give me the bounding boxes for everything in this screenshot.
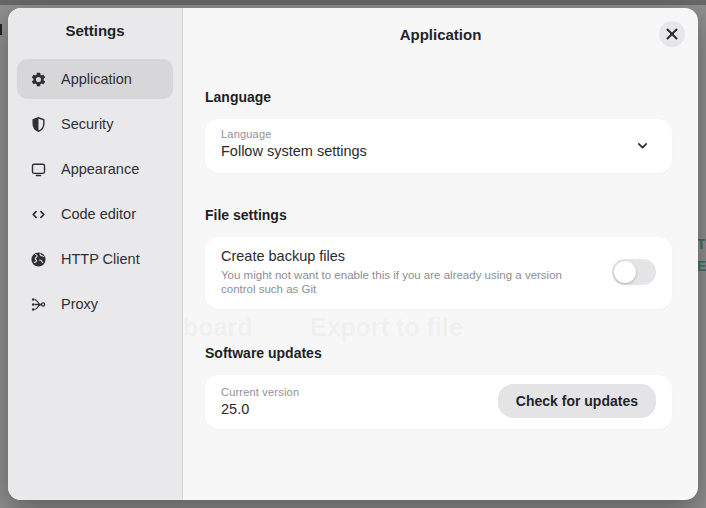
sidebar-item-code-editor[interactable]: Code editor	[17, 194, 173, 234]
sidebar-item-label: Proxy	[61, 296, 98, 312]
close-icon	[666, 28, 678, 40]
sidebar-item-label: Code editor	[61, 206, 136, 222]
software-updates-row: Current version 25.0 Check for updates	[205, 375, 672, 429]
proxy-icon	[30, 296, 47, 313]
section-heading-language: Language	[205, 89, 672, 105]
version-texts: Current version 25.0	[221, 386, 498, 417]
create-backup-files-toggle[interactable]	[612, 259, 656, 285]
sidebar-item-label: Appearance	[61, 161, 139, 177]
panel-content: Language Language Follow system settings…	[183, 89, 698, 429]
current-version-value: 25.0	[221, 401, 498, 417]
sidebar-item-application[interactable]: Application	[17, 59, 173, 99]
background-text-fragment: E	[697, 258, 706, 274]
settings-sidebar: Settings Application Security Appearance	[8, 8, 183, 500]
close-button[interactable]	[659, 21, 685, 47]
background-text-fragment: T	[697, 236, 706, 252]
sidebar-item-label: Security	[61, 116, 113, 132]
gear-icon	[30, 71, 47, 88]
create-backup-files-row: Create backup files You might not want t…	[205, 237, 672, 309]
monitor-icon	[30, 161, 47, 178]
current-version-label: Current version	[221, 386, 498, 398]
panel-header: Application	[183, 8, 698, 60]
settings-panel: Application Language Language Follow sys…	[183, 8, 698, 500]
language-select-label: Language	[221, 128, 656, 140]
background-text-fragment	[0, 24, 2, 35]
sidebar-item-label: HTTP Client	[61, 251, 140, 267]
panel-title: Application	[400, 26, 482, 43]
sidebar-item-label: Application	[61, 71, 132, 87]
sidebar-item-http-client[interactable]: HTTP Client	[17, 239, 173, 279]
chevron-down-icon	[635, 138, 650, 153]
sidebar-item-proxy[interactable]: Proxy	[17, 284, 173, 324]
check-for-updates-button[interactable]: Check for updates	[498, 384, 656, 418]
sidebar-item-appearance[interactable]: Appearance	[17, 149, 173, 189]
toggle-texts: Create backup files You might not want t…	[221, 248, 612, 296]
section-heading-file-settings: File settings	[205, 207, 672, 223]
settings-dialog: Copy to clipboard Export to file Setting…	[8, 8, 698, 500]
sidebar-title: Settings	[8, 22, 182, 39]
dimmed-background-strip	[0, 0, 706, 5]
create-backup-files-description: You might not want to enable this if you…	[221, 268, 592, 296]
code-icon	[30, 206, 47, 223]
create-backup-files-title: Create backup files	[221, 248, 592, 264]
section-heading-software-updates: Software updates	[205, 345, 672, 361]
language-select-value: Follow system settings	[221, 143, 656, 159]
globe-icon	[30, 251, 47, 268]
toggle-knob	[614, 261, 636, 283]
language-select[interactable]: Language Follow system settings	[205, 119, 672, 173]
shield-icon	[30, 116, 47, 133]
sidebar-nav: Application Security Appearance Code edi…	[8, 59, 182, 324]
sidebar-item-security[interactable]: Security	[17, 104, 173, 144]
